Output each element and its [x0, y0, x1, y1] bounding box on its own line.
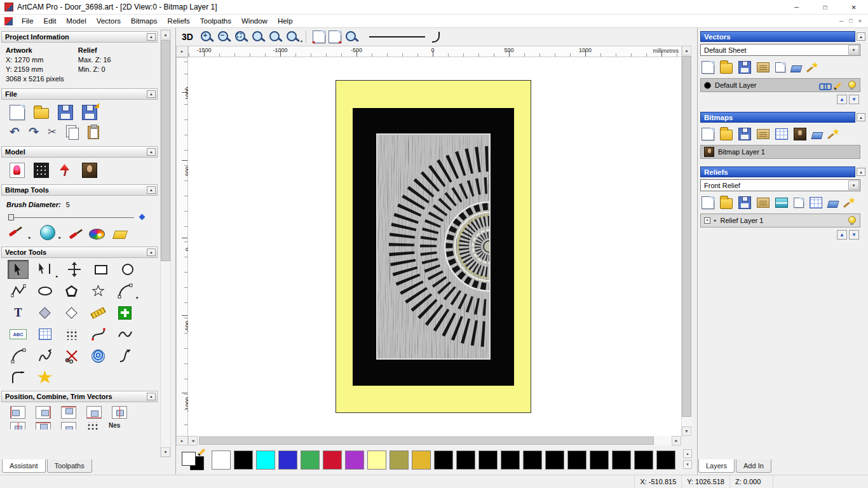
open-model-icon[interactable] — [34, 108, 49, 119]
move-layer-down-button[interactable]: ▼ — [849, 230, 859, 240]
measure-tool[interactable] — [88, 303, 109, 322]
h-scroll-thumb[interactable] — [199, 437, 654, 445]
wave-curve-tool[interactable] — [114, 325, 135, 344]
select-vectors-tool[interactable] — [8, 260, 29, 279]
artwork-page[interactable] — [336, 80, 531, 413]
view-3d-button[interactable]: 3D — [182, 32, 193, 42]
collapse-reliefs-button[interactable]: ▲ — [857, 168, 865, 176]
zoom-objects-icon[interactable]: ▾ — [285, 30, 299, 44]
file-section-header[interactable]: File ▲ — [1, 88, 158, 100]
scroll-down-button[interactable]: ▼ — [161, 447, 170, 457]
new-layer-icon[interactable] — [775, 62, 785, 72]
palette-swatch[interactable] — [390, 451, 409, 470]
sheet-select[interactable]: Default Sheet ▼ — [700, 44, 860, 56]
palette-swatch[interactable] — [367, 451, 386, 470]
create-circle-tool[interactable] — [118, 260, 139, 279]
colour-palette-icon[interactable] — [89, 229, 105, 240]
scroll-right-button[interactable]: ► — [672, 436, 681, 445]
save-bitmap-icon[interactable] — [738, 128, 751, 140]
text-block-tool[interactable]: ABC — [8, 325, 29, 344]
open-bitmap-icon[interactable] — [720, 130, 733, 140]
flood-fill-icon[interactable] — [40, 225, 55, 240]
paste-icon[interactable] — [88, 126, 99, 139]
tab-assistant[interactable]: Assistant — [2, 459, 46, 473]
fillet-tool[interactable] — [8, 368, 29, 387]
import-sheet-icon[interactable] — [757, 62, 770, 72]
slider-thumb[interactable] — [8, 214, 14, 220]
node-editing-tool[interactable] — [34, 260, 55, 279]
previous-bitmap-layer-icon[interactable]: ◄ — [313, 30, 325, 43]
undo-icon[interactable]: ↶ — [10, 125, 20, 139]
palette-swatch[interactable] — [345, 451, 364, 470]
vectors-header[interactable]: Vectors — [700, 31, 855, 42]
align-bottom-tool[interactable] — [86, 406, 102, 419]
menu-reliefs[interactable]: Reliefs — [163, 15, 195, 27]
scroll-thumb[interactable] — [161, 40, 170, 261]
primary-colour-swatch[interactable] — [182, 452, 196, 466]
import-relief-icon[interactable] — [757, 198, 770, 208]
palette-swatch[interactable] — [501, 451, 520, 470]
lighting-icon[interactable] — [58, 163, 73, 178]
align-centre-tool[interactable] — [112, 406, 127, 419]
palette-swatch[interactable] — [478, 451, 498, 470]
palette-swatch[interactable] — [323, 451, 342, 470]
palette-swatch[interactable] — [456, 451, 475, 470]
copy-icon[interactable] — [69, 128, 79, 140]
bezier-curve-tool[interactable] — [88, 325, 109, 344]
diamond-outline-tool[interactable] — [61, 303, 82, 322]
palette-scroll-down-button[interactable]: ▼ — [683, 460, 692, 469]
new-bitmap-layer-icon[interactable] — [702, 128, 714, 140]
menu-file[interactable]: File — [17, 15, 39, 27]
collapse-bitmaps-button[interactable]: ▲ — [857, 113, 865, 121]
minimize-button[interactable]: ─ — [782, 0, 811, 15]
dot-array-tool[interactable] — [61, 325, 82, 344]
align-tool[interactable] — [36, 422, 51, 430]
collapse-icon[interactable]: ▲ — [147, 186, 156, 194]
link-icon[interactable] — [819, 81, 830, 90]
zoom-fit-icon[interactable] — [268, 30, 282, 44]
mdi-close-button[interactable]: × — [858, 18, 862, 24]
image-icon[interactable] — [794, 128, 806, 140]
palette-swatch[interactable] — [256, 451, 275, 470]
vector-layer-row[interactable]: Default Layer — [700, 78, 860, 92]
bitmaps-header[interactable]: Bitmaps — [700, 112, 855, 123]
new-layer-icon[interactable] — [794, 198, 804, 208]
palette-swatch[interactable] — [634, 451, 653, 470]
palette-swatch[interactable] — [434, 451, 453, 470]
dropdown-arrow-icon[interactable]: ▼ — [848, 180, 859, 190]
next-bitmap-layer-icon[interactable]: ► — [329, 30, 341, 43]
palette-swatch[interactable] — [301, 451, 320, 470]
palette-scroll-up-button[interactable]: ▲ — [683, 449, 692, 458]
star-burst-tool[interactable] — [34, 368, 55, 387]
palette-swatch[interactable] — [523, 451, 542, 470]
arc-segment-tool[interactable] — [8, 346, 29, 365]
move-layer-up-button[interactable]: ▲ — [837, 95, 847, 104]
create-ellipse-tool[interactable] — [34, 281, 55, 301]
position-combine-header[interactable]: Position, Combine, Trim Vectors ▲ — [1, 391, 158, 402]
maximize-button[interactable]: □ — [811, 0, 839, 15]
new-relief-layer-icon[interactable] — [702, 196, 714, 209]
scroll-left-button[interactable]: ◄ — [188, 436, 198, 445]
collapse-vectors-button[interactable]: ▲ — [857, 32, 865, 41]
move-layer-up-button[interactable]: ▲ — [837, 230, 847, 240]
visibility-bulb-icon[interactable] — [847, 81, 857, 90]
reliefs-header[interactable]: Reliefs — [700, 166, 855, 177]
palette-swatch[interactable] — [590, 451, 609, 470]
collapse-icon[interactable]: ▲ — [147, 90, 156, 98]
bitmap-tools-header[interactable]: Bitmap Tools ▲ — [1, 184, 158, 196]
create-arc-tool[interactable] — [114, 281, 135, 301]
edit-pencil-icon[interactable] — [834, 81, 843, 90]
toggle-all-visibility-icon[interactable] — [828, 128, 839, 140]
open-vectors-icon[interactable] — [720, 63, 733, 74]
adjust-bitmap-icon[interactable] — [775, 128, 788, 140]
collapse-icon[interactable]: ▲ — [147, 148, 156, 156]
zoom-in-icon[interactable]: + — [200, 30, 214, 44]
align-tool[interactable] — [61, 422, 76, 430]
tab-toolpaths[interactable]: Toolpaths — [47, 459, 92, 473]
tab-layers[interactable]: Layers — [698, 459, 735, 473]
save-vectors-icon[interactable] — [738, 61, 751, 74]
scroll-up-button[interactable]: ▲ — [161, 30, 170, 39]
relief-grid-icon[interactable] — [810, 197, 822, 208]
palette-swatch[interactable] — [545, 451, 564, 470]
export-model-icon[interactable] — [82, 105, 97, 120]
